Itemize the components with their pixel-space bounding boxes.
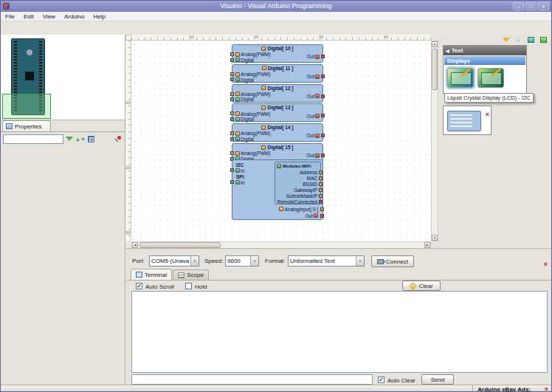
pin-gatewayip[interactable]: GatewayIP [275,187,320,193]
menu-view[interactable]: View [38,13,60,21]
connector[interactable] [321,55,325,58]
palette-add-button[interactable] [539,35,548,44]
connector[interactable] [230,131,234,135]
connector[interactable] [319,182,322,186]
pin-panel-icon[interactable] [114,135,122,143]
scroll-up-button[interactable]: ▲ [432,41,438,47]
tab-terminal[interactable]: Terminal [131,269,172,280]
pin-digital[interactable]: Digital [232,117,270,123]
menu-arduino[interactable]: Arduino [60,13,89,21]
pin-digital[interactable]: Digital [232,97,270,103]
connector[interactable] [319,176,322,180]
design-canvas[interactable]: Digital[ 10 ] Analog(PWM) Digital Out [131,41,431,241]
format-combo[interactable]: Unformatted Text ▼ [288,255,365,267]
palette-filter-button[interactable] [501,35,511,44]
pin-analog-pwm[interactable]: Analog(PWM) [232,131,270,137]
connect-button[interactable]: Connect [371,255,414,267]
pin-digital[interactable]: Digital [232,137,270,142]
wifi-module-block[interactable]: Modules.WiFi AddressMACBSSIDGatewayIPSub… [275,162,321,204]
categorized-view-icon[interactable] [88,136,94,142]
connector[interactable] [230,180,234,184]
section-header-displays[interactable]: Displays [444,56,525,65]
pin-out[interactable]: Out [307,133,322,139]
digital-channel-block[interactable]: Digital[ 11 ] Analog(PWM) Digital Out [232,64,323,83]
connector[interactable] [230,72,234,76]
board-preview[interactable] [1,35,125,120]
palette-expand-button[interactable]: ↓ [514,35,523,44]
connector[interactable] [230,58,234,62]
pin-analog-pwm[interactable]: Analog(PWM) [232,151,270,157]
pin-analog-pwm[interactable]: Analog(PWM) [232,92,270,97]
clear-button[interactable]: Clear [402,281,441,291]
connector[interactable] [230,168,234,172]
connector[interactable] [319,171,322,174]
connector[interactable] [230,151,234,155]
component-lcd-i2c-icon[interactable] [477,68,504,88]
digital-channel-block[interactable]: Digital[ 12 ] Analog(PWM) Digital Out [232,84,323,103]
pin-analog-input[interactable]: AnalogInput[ 0 ] [269,206,321,212]
pin-out[interactable]: Out [307,54,322,60]
scroll-left-button[interactable]: ◀ [132,242,138,248]
pin-subnetmaskip[interactable]: SubnetMaskIP [275,193,320,199]
properties-filter-input[interactable] [3,134,63,144]
pin-analog-pwm[interactable]: Analog(PWM) [232,52,270,58]
connector[interactable] [230,52,234,56]
connector[interactable] [230,111,234,115]
connector[interactable] [230,117,234,121]
connector[interactable] [230,137,234,141]
auto-clear-checkbox[interactable]: ✓ [378,376,384,383]
vertical-scrollbar[interactable]: ▲ ▼ [431,41,438,241]
digital-channel-block[interactable]: Digital[ 14 ] Analog(PWM) Digital Out [232,123,323,142]
digital-channel-block[interactable]: Digital[ 10 ] Analog(PWM) Digital Out [232,44,323,63]
pin-out[interactable]: Out [307,74,322,80]
menu-help[interactable]: Help [89,13,109,21]
menu-file[interactable]: File [1,13,19,21]
connector[interactable] [319,194,322,198]
pin-analog-pwm[interactable]: Analog(PWM) [232,72,270,78]
connector[interactable] [319,188,322,192]
close-serial-panel-button[interactable]: × [544,256,548,269]
component-lcd-icon[interactable] [447,68,474,88]
pin-out[interactable]: Out [307,113,322,119]
maximize-button[interactable]: □ [525,2,537,10]
hold-checkbox[interactable] [185,283,192,289]
preview-close-icon[interactable]: × [486,106,489,120]
send-button[interactable]: Send [421,374,454,385]
pin-out[interactable]: Out [307,153,322,159]
pin-out[interactable]: Out [307,94,322,100]
send-input[interactable] [131,374,373,385]
connector[interactable] [321,134,325,137]
close-ads-button[interactable]: × [545,385,548,392]
connector[interactable] [321,75,325,78]
pin-address[interactable]: Address [275,169,320,175]
connector[interactable] [321,154,325,157]
pin-digital[interactable]: Digital [232,58,270,63]
io-bridge-block[interactable]: I2C In SPI In Modules.WiFi Addr [232,159,323,220]
connector[interactable] [320,214,324,218]
pin-spi-in[interactable]: In [232,179,275,185]
speed-combo[interactable]: 9600 ▼ [225,255,259,267]
filter-properties-icon[interactable] [66,137,73,141]
horizontal-scroll-thumb[interactable] [139,242,221,248]
connector[interactable] [321,114,325,117]
tab-scope[interactable]: Scope [173,269,209,280]
pin-bssid[interactable]: BSSID [275,181,320,187]
connector[interactable] [321,94,325,98]
connector[interactable] [230,97,234,101]
digital-channel-block[interactable]: Digital[ 13 ] Analog(PWM) Digital Out [232,103,323,122]
pin-out[interactable]: Out [269,213,321,219]
palette-view-button[interactable] [526,35,536,44]
scroll-down-button[interactable]: ▼ [432,235,438,241]
connector[interactable] [230,92,234,96]
auto-scroll-checkbox[interactable]: ✓ [136,283,142,289]
connector[interactable] [320,207,324,211]
connector[interactable] [319,200,322,204]
pin-digital[interactable]: Digital [232,77,270,83]
pin-remoteconnected[interactable]: RemoteConnected [275,199,320,204]
close-button[interactable]: × [538,2,549,10]
scroll-right-button[interactable]: ▶ [424,242,430,248]
menu-edit[interactable]: Edit [19,13,38,21]
category-header-text[interactable]: ◀ Text [444,46,526,55]
vertical-scroll-thumb[interactable] [432,49,438,90]
pin-i2c-in[interactable]: In [232,168,275,173]
